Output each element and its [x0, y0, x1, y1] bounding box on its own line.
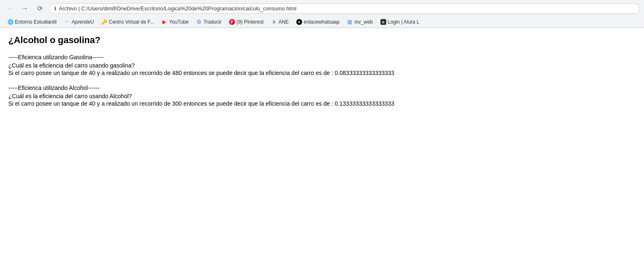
alcohol-question: ¿Cuál es la eficiencia del carro usando …: [8, 93, 636, 99]
nav-bar: ← → ⟳ ℹ Archivo | C:/Users/dimif/OneDriv…: [0, 0, 644, 17]
lock-icon: ℹ: [54, 5, 56, 12]
gasolina-result: Si el carro posee un tanque de 40 y a re…: [8, 70, 636, 76]
alura-icon: a: [380, 19, 386, 25]
gasolina-section: -----Eficienca utilizando Gasolina------…: [8, 54, 636, 76]
traducir-icon: G: [196, 19, 202, 25]
invweb-icon: ⊞: [347, 19, 353, 25]
bookmark-pinterest-label: (9) Pinterest: [237, 19, 264, 25]
entorno-icon: 🌐: [7, 19, 13, 25]
bookmark-alura-label: Login | Alura L: [388, 19, 420, 25]
bookmark-centro-label: Centro Virtual de F...: [109, 19, 154, 25]
bookmark-ane[interactable]: ≡ ANE: [268, 18, 292, 26]
gasolina-header: -----Eficienca utilizando Gasolina------: [8, 54, 636, 60]
bookmark-invweb-label: inv_web: [354, 19, 373, 25]
whatsapp-icon: ●: [296, 19, 302, 25]
gasolina-question: ¿Cuál es la eficiencia del carro usando …: [8, 62, 636, 69]
browser-chrome: ← → ⟳ ℹ Archivo | C:/Users/dimif/OneDriv…: [0, 0, 644, 28]
back-button[interactable]: ←: [4, 2, 16, 14]
centro-icon: 🔑: [102, 19, 107, 25]
alcohol-section: -----Eficienca utilizando Alcohol------ …: [8, 85, 636, 107]
url-text: Archivo | C:/Users/dimif/OneDrive/Escrit…: [59, 5, 296, 12]
bookmark-whatsapp[interactable]: ● enlacewhatsaap: [293, 18, 343, 26]
reload-button[interactable]: ⟳: [34, 2, 46, 14]
bookmark-centro[interactable]: 🔑 Centro Virtual de F...: [98, 18, 157, 26]
bookmark-invweb[interactable]: ⊞ inv_web: [344, 18, 376, 26]
ane-icon: ≡: [271, 19, 277, 25]
pinterest-icon: P: [229, 19, 235, 25]
bookmark-pinterest[interactable]: P (9) Pinterest: [226, 18, 267, 26]
aprendeu-icon: 〰: [64, 19, 70, 25]
bookmark-entorno[interactable]: 🌐 Entorno Estudiantil: [4, 18, 60, 26]
bookmark-aprendeu[interactable]: 〰 AprendeU: [61, 18, 97, 26]
bookmark-traducir-label: Traducir: [203, 19, 222, 25]
bookmark-youtube[interactable]: ▶ YouTube: [158, 18, 192, 26]
bookmark-whatsapp-label: enlacewhatsaap: [304, 19, 340, 25]
alcohol-header: -----Eficienca utilizando Alcohol------: [8, 85, 636, 91]
bookmark-alura[interactable]: a Login | Alura L: [377, 18, 423, 26]
page-title: ¿Alcohol o gasolina?: [8, 35, 636, 46]
bookmark-ane-label: ANE: [278, 19, 289, 25]
bookmark-aprendeu-label: AprendeU: [72, 19, 94, 25]
bookmarks-bar: 🌐 Entorno Estudiantil 〰 AprendeU 🔑 Centr…: [0, 17, 644, 28]
bookmark-traducir[interactable]: G Traducir: [193, 18, 225, 26]
alcohol-result: Si el carro posee un tanque de 40 y a re…: [8, 100, 636, 107]
bookmark-youtube-label: YouTube: [169, 19, 189, 25]
bookmark-entorno-label: Entorno Estudiantil: [15, 19, 57, 25]
forward-button[interactable]: →: [19, 2, 31, 14]
address-bar[interactable]: ℹ Archivo | C:/Users/dimif/OneDrive/Escr…: [49, 3, 640, 14]
youtube-icon: ▶: [162, 19, 167, 25]
page-content: ¿Alcohol o gasolina? -----Eficienca util…: [0, 28, 644, 235]
